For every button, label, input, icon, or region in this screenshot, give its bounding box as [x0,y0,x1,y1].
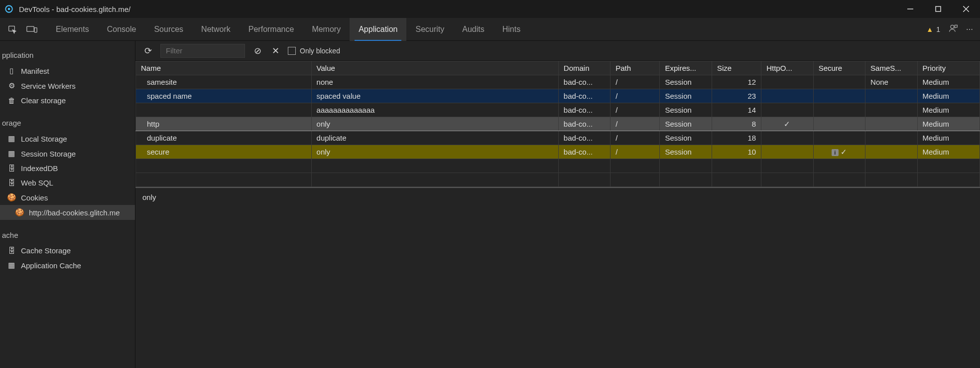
maximize-button[interactable] [924,0,952,18]
tab-performance[interactable]: Performance [240,18,303,41]
col-value[interactable]: Value [311,61,558,75]
cell-path: / [611,131,660,145]
cell-domain: bad-co... [558,75,610,89]
close-button[interactable] [952,0,980,18]
clear-icon[interactable]: ✕ [270,45,281,56]
trash-icon: 🗑 [7,96,16,105]
col-priority[interactable]: Priority [917,61,980,75]
tab-application[interactable]: Application [350,18,406,41]
more-icon[interactable]: ⋯ [966,25,974,33]
clear-all-icon[interactable]: ⊘ [252,45,263,56]
cell-empty [136,173,312,187]
sidebar-item-web-sql[interactable]: 🗄Web SQL [0,176,135,190]
tab-memory[interactable]: Memory [303,18,350,41]
tab-audits[interactable]: Audits [453,18,493,41]
cell-name: secure [136,145,312,159]
sidebar-item-cookies[interactable]: 🍪Cookies [0,190,135,205]
cell-priority: Medium [917,75,980,89]
col-name[interactable]: Name [136,61,312,75]
cookie-icon: 🍪 [15,208,24,217]
cell-empty [761,173,813,187]
col-samesite[interactable]: SameS... [865,61,917,75]
sidebar-item-indexeddb[interactable]: 🗄IndexedDB [0,161,135,176]
cell-empty [660,173,712,187]
info-icon: i [832,149,839,156]
cookie-detail-value: only [142,193,156,201]
sidebar-item-cookie-origin[interactable]: 🍪http://bad-cookies.glitch.me [0,205,135,220]
cell-empty [712,173,761,187]
filter-input[interactable] [160,44,245,58]
only-blocked-toggle[interactable]: Only blocked [288,47,340,55]
cell-name: spaced name [136,89,312,103]
cookie-detail-pane: only [135,187,980,368]
tab-console[interactable]: Console [98,18,145,41]
label: Cache Storage [21,246,71,255]
col-size[interactable]: Size [712,61,761,75]
label: http://bad-cookies.glitch.me [29,208,120,217]
table-row[interactable]: httponlybad-co.../Session8✓Medium [136,117,980,131]
cell-samesite [865,117,917,131]
refresh-icon[interactable]: ⟳ [142,45,153,56]
database-icon: 🗄 [7,164,16,173]
minimize-button[interactable] [896,0,924,18]
cell-empty [917,159,980,173]
cell-samesite [865,131,917,145]
cell-samesite [865,103,917,117]
col-domain[interactable]: Domain [558,61,610,75]
svg-rect-8 [34,27,37,32]
cell-httponly [761,89,813,103]
col-httponly[interactable]: HttpO... [761,61,813,75]
sidebar-item-session-storage[interactable]: ▦Session Storage [0,146,135,161]
svg-rect-7 [27,26,34,31]
cell-path: / [611,117,660,131]
sidebar-item-clear-storage[interactable]: 🗑Clear storage [0,93,135,108]
inspect-element-icon[interactable] [6,22,20,36]
cell-domain: bad-co... [558,117,610,131]
sidebar-item-cache-storage[interactable]: 🗄Cache Storage [0,243,135,258]
cell-expires: Session [660,145,712,159]
table-row[interactable]: secureonlybad-co.../Session10i✓Medium [136,145,980,159]
cell-empty [558,173,610,187]
sidebar-item-application-cache[interactable]: ▦Application Cache [0,258,135,273]
cell-empty [558,159,610,173]
warning-triangle-icon: ▲ [926,25,933,33]
col-secure[interactable]: Secure [813,61,865,75]
database-icon: 🗄 [7,179,16,187]
sidebar-item-manifest[interactable]: ▯Manifest [0,63,135,78]
cell-path: / [611,103,660,117]
col-expires[interactable]: Expires... [660,61,712,75]
feedback-icon[interactable] [948,23,958,35]
cell-domain: bad-co... [558,89,610,103]
cell-samesite [865,145,917,159]
tab-security[interactable]: Security [406,18,453,41]
table-row[interactable]: duplicateduplicatebad-co.../Session18Med… [136,131,980,145]
cell-samesite: None [865,75,917,89]
cookies-panel: ⟳ ⊘ ✕ Only blocked Name Value [135,41,980,368]
label: Service Workers [21,82,76,90]
devtools-tabs-bar: Elements Console Sources Network Perform… [0,18,980,41]
cell-expires: Session [660,103,712,117]
tab-hints[interactable]: Hints [493,18,529,41]
cell-httponly [761,145,813,159]
cell-httponly [761,103,813,117]
warnings-count: 1 [936,25,940,33]
col-path[interactable]: Path [611,61,660,75]
cell-path: / [611,89,660,103]
tab-network[interactable]: Network [192,18,240,41]
section-application: pplication [0,46,135,63]
label: Local Storage [21,135,67,143]
cell-value: spaced value [311,89,558,103]
tab-elements[interactable]: Elements [47,18,98,41]
device-toggle-icon[interactable] [25,22,39,36]
table-row[interactable]: aaaaaaaaaaaaaabad-co.../Session14Medium [136,103,980,117]
tab-sources[interactable]: Sources [145,18,192,41]
cell-value: none [311,75,558,89]
sidebar-item-local-storage[interactable]: ▦Local Storage [0,131,135,146]
warnings-badge[interactable]: ▲1 [926,25,940,33]
sidebar-item-service-workers[interactable]: ⚙Service Workers [0,78,135,93]
cell-expires: Session [660,75,712,89]
table-header-row: Name Value Domain Path Expires... Size H… [136,61,980,75]
table-row[interactable]: samesitenonebad-co.../Session12NoneMediu… [136,75,980,89]
titlebar: DevTools - bad-cookies.glitch.me/ [0,0,980,18]
table-row[interactable]: spaced namespaced valuebad-co.../Session… [136,89,980,103]
